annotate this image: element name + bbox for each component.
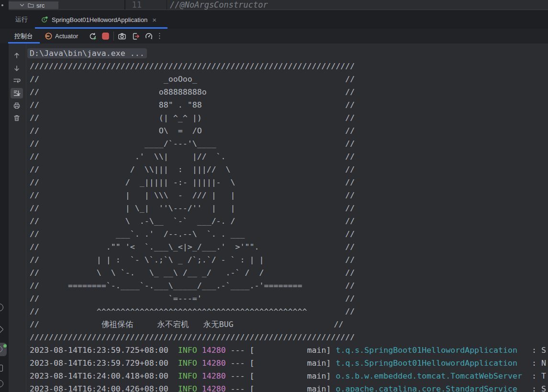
- spring-run-icon: [40, 16, 48, 24]
- gauge-icon[interactable]: [145, 32, 153, 41]
- close-icon[interactable]: ×: [152, 16, 157, 24]
- console-log-line: 2023-08-14T16:24:00.418+08:00 INFO 14280…: [30, 370, 548, 382]
- toolbar-divider: [113, 32, 114, 41]
- editor-line-preview[interactable]: 11 //@NoArgsConstructor: [124, 0, 548, 10]
- project-tree: src: [9, 0, 124, 10]
- console-log-line: 2023-08-14T16:24:00.426+08:00 INFO 14280…: [30, 382, 548, 392]
- log-segment-magenta: 14280: [202, 359, 226, 368]
- log-segment-def: [197, 384, 202, 392]
- log-segment-def: [197, 371, 202, 381]
- log-segment-def: --- [ main]: [226, 346, 336, 355]
- console-banner-line: // `=---=' //: [30, 292, 548, 305]
- console-banner-line: // ========`-.____`-.___\_____/___.-`___…: [30, 279, 548, 292]
- log-segment-green: INFO: [178, 346, 197, 355]
- log-segment-cyan: o.s.b.w.embedded.tomcat.TomcatWebServer: [336, 371, 522, 381]
- log-segment-def: [197, 346, 202, 355]
- run-tab-label: SpringBoot01HellowordApplication: [52, 16, 147, 23]
- log-segment-def: : T: [522, 371, 546, 381]
- console-panel: D:\Java\bin\java.exe ...////////////////…: [0, 44, 548, 392]
- log-segment-def: [197, 359, 202, 368]
- console-banner-line: // \ .-\__ `-` ___/-. / //: [30, 215, 548, 228]
- log-segment-def: --- [ main]: [226, 359, 336, 368]
- run-tab-bar: 运行 SpringBoot01HellowordApplication ×: [0, 11, 548, 29]
- console-banner-line: // | | \\\ - /// | | //: [30, 189, 548, 202]
- console-banner-line: // | \_| ''\---/'' | | //: [30, 202, 548, 215]
- console-output[interactable]: D:\Java\bin\java.exe ...////////////////…: [26, 44, 548, 392]
- editor-code-line[interactable]: //@NoArgsConstructor: [170, 0, 268, 10]
- ide-run-tool-window: src 11 //@NoArgsConstructor 运行 SpringBoo…: [0, 0, 548, 392]
- console-banner-line: // ___`. .' /--.--\ `. . ___ //: [30, 228, 548, 240]
- log-segment-magenta: 14280: [202, 384, 226, 392]
- camera-icon[interactable]: [118, 32, 126, 41]
- log-segment-def: --- [ main]: [226, 371, 336, 381]
- tool-window-title: 运行: [15, 11, 28, 29]
- console-banner-line: // ."" '< `.___\_<|>_/___.' >'"". //: [30, 240, 548, 253]
- circle-icon[interactable]: [0, 380, 3, 387]
- run-configuration-tab[interactable]: SpringBoot01HellowordApplication ×: [35, 11, 168, 29]
- stop-icon[interactable]: [101, 32, 110, 40]
- console-banner-line: // ^^^^^^^^^^^^^^^^^^^^^^^^^^^^^^^^^^^^^…: [30, 305, 548, 318]
- console-banner-line: // / \\||| : |||// \ //: [30, 163, 548, 176]
- log-segment-def: --- [ main]: [226, 384, 336, 392]
- editor-line-number: 11: [131, 0, 142, 10]
- log-segment-def: 2023-08-14T16:24:00.426+08:00: [30, 384, 178, 392]
- log-segment-cyan: t.q.s.SpringBoot01HellowordApplication: [336, 346, 517, 355]
- console-banner-line: // 88" . "88 //: [30, 98, 548, 111]
- console-banner-line: // o88888888o //: [30, 86, 548, 98]
- console-command-line: D:\Java\bin\java.exe ...: [30, 47, 548, 60]
- editor-strip: src 11 //@NoArgsConstructor: [0, 0, 548, 10]
- exit-icon[interactable]: [132, 32, 140, 41]
- console-gutter: [9, 44, 26, 392]
- log-segment-cyan: t.q.s.SpringBoot01HellowordApplication: [336, 359, 517, 368]
- console-banner-line: // | | : `- \`.;`\ _ /`;.`/ - ` : | | //: [30, 253, 548, 266]
- tab-console[interactable]: 控制台: [14, 29, 33, 44]
- console-banner-line: ////////////////////////////////////////…: [30, 331, 548, 344]
- log-segment-magenta: 14280: [202, 346, 226, 355]
- log-segment-def: 2023-08-14T16:24:00.418+08:00: [30, 371, 178, 381]
- console-log-line: 2023-08-14T16:23:59.729+08:00 INFO 14280…: [30, 357, 548, 370]
- log-segment-def: : S: [517, 346, 546, 355]
- arc-icon[interactable]: [0, 304, 3, 311]
- clear-all-icon[interactable]: [13, 114, 21, 122]
- console-banner-line: // .' \\| |// `. //: [30, 150, 548, 163]
- log-segment-def: : N: [517, 359, 546, 368]
- editor-gutter-separator: [167, 0, 167, 10]
- stripe-dot-icon: [1, 4, 3, 6]
- console-banner-line: // ____/`---'\____ //: [30, 137, 548, 150]
- console-banner-line: // (| ^_^ |) //: [30, 111, 548, 124]
- tool-window-stripe-top: [0, 0, 9, 10]
- scroll-to-end-icon[interactable]: [13, 89, 21, 97]
- up-stack-icon[interactable]: [13, 52, 21, 59]
- console-toolbar: 控制台 Actuator: [0, 29, 548, 44]
- log-segment-def: 2023-08-14T16:23:59.725+08:00: [30, 346, 178, 355]
- log-segment-cyan: o.apache.catalina.core.StandardService: [336, 384, 517, 392]
- console-banner-line: ////////////////////////////////////////…: [30, 60, 548, 73]
- tool-window-stripe: [0, 44, 9, 392]
- actuator-icon: [45, 32, 53, 40]
- log-segment-green: INFO: [178, 359, 197, 368]
- tree-node-label: src: [36, 2, 45, 9]
- tree-node-src[interactable]: src: [9, 1, 58, 9]
- running-badge: [3, 344, 7, 348]
- chevron-down-icon[interactable]: [18, 1, 26, 9]
- print-icon[interactable]: [13, 102, 21, 109]
- log-segment-def: : S: [517, 384, 546, 392]
- down-stack-icon[interactable]: [13, 65, 21, 72]
- console-banner-line: // 佛祖保佑 永不宕机 永无BUG //: [30, 318, 548, 331]
- kebab-menu-icon[interactable]: ⋮: [156, 29, 163, 44]
- log-segment-green: INFO: [178, 371, 197, 381]
- console-log-line: 2023-08-14T16:23:59.725+08:00 INFO 14280…: [30, 344, 548, 357]
- folder-icon: [27, 2, 34, 9]
- console-banner-line: // / _||||| -:- |||||- \ //: [30, 176, 548, 189]
- console-banner-line: // \ \ `-. \_ __\ /__ _/ .-` / / //: [30, 266, 548, 279]
- soft-wrap-icon[interactable]: [13, 77, 21, 85]
- log-segment-green: INFO: [178, 384, 197, 392]
- command-line-chip[interactable]: D:\Java\bin\java.exe ...: [27, 48, 147, 58]
- terminal-icon[interactable]: [0, 365, 3, 371]
- log-segment-magenta: 14280: [202, 371, 226, 381]
- rerun-icon[interactable]: [89, 32, 97, 41]
- console-banner-line: // O\ = /O //: [30, 124, 548, 137]
- tab-actuator[interactable]: Actuator: [55, 29, 78, 44]
- console-banner-line: // _ooOoo_ //: [30, 73, 548, 86]
- diamond-icon[interactable]: [0, 326, 3, 334]
